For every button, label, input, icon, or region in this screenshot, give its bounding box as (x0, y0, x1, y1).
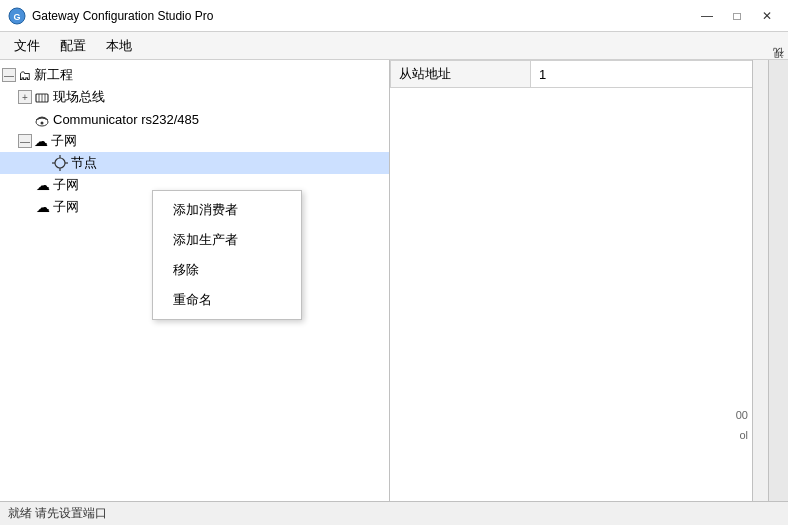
tree-node-subnet1[interactable]: — ☁ 子网 (0, 130, 389, 152)
right-number: 00 (736, 409, 748, 421)
minimize-button[interactable]: — (694, 5, 720, 27)
icon-subnet3: ☁ (36, 199, 50, 215)
tree-node-root[interactable]: — 🗂 新工程 (0, 64, 389, 86)
icon-subnet2: ☁ (36, 177, 50, 193)
right-panel: 从站地址 1 00 ol (390, 60, 768, 501)
svg-point-8 (55, 158, 65, 168)
property-table: 从站地址 1 (390, 60, 768, 88)
label-fieldbus: 现场总线 (53, 88, 105, 106)
main-area: — 🗂 新工程 + 现场总线 (0, 60, 788, 501)
menu-file[interactable]: 文件 (4, 35, 50, 57)
app-icon: G (8, 7, 26, 25)
right-letter: ol (739, 429, 748, 441)
icon-node1 (52, 155, 68, 172)
context-menu: 添加消费者 添加生产者 移除 重命名 (152, 190, 302, 320)
tree-node-node1[interactable]: 节点 (0, 152, 389, 174)
far-right-panel: 视 (768, 60, 788, 501)
label-subnet3: 子网 (53, 198, 79, 216)
context-remove[interactable]: 移除 (153, 255, 301, 285)
label-comm: Communicator rs232/485 (53, 112, 199, 127)
right-scrollbar[interactable] (752, 60, 768, 501)
prop-value-address[interactable]: 1 (531, 61, 768, 88)
icon-comm (34, 110, 50, 127)
close-button[interactable]: ✕ (754, 5, 780, 27)
status-bar: 就绪 请先设置端口 (0, 501, 788, 525)
menu-bar: 文件 配置 本地 (0, 32, 788, 60)
toggle-root[interactable]: — (2, 68, 16, 82)
label-subnet2: 子网 (53, 176, 79, 194)
tree-panel: — 🗂 新工程 + 现场总线 (0, 60, 390, 501)
window-title: Gateway Configuration Studio Pro (32, 9, 213, 23)
svg-point-7 (41, 121, 44, 124)
icon-subnet1: ☁ (34, 133, 48, 149)
label-root: 新工程 (34, 66, 73, 84)
title-bar: G Gateway Configuration Studio Pro — □ ✕ (0, 0, 788, 32)
svg-text:G: G (13, 12, 20, 22)
context-rename[interactable]: 重命名 (153, 285, 301, 315)
label-subnet1: 子网 (51, 132, 77, 150)
title-controls: — □ ✕ (694, 5, 780, 27)
tree-node-fieldbus[interactable]: + 现场总线 (0, 86, 389, 108)
far-right-tab-view[interactable]: 视 (769, 60, 788, 76)
maximize-button[interactable]: □ (724, 5, 750, 27)
toggle-subnet1[interactable]: — (18, 134, 32, 148)
label-node1: 节点 (71, 154, 97, 172)
icon-root: 🗂 (18, 68, 31, 83)
title-bar-left: G Gateway Configuration Studio Pro (8, 7, 213, 25)
menu-config[interactable]: 配置 (50, 35, 96, 57)
prop-label-address: 从站地址 (391, 61, 531, 88)
status-text: 就绪 请先设置端口 (8, 505, 107, 522)
tree-node-comm[interactable]: Communicator rs232/485 (0, 108, 389, 130)
context-add-producer[interactable]: 添加生产者 (153, 225, 301, 255)
toggle-fieldbus[interactable]: + (18, 90, 32, 104)
icon-fieldbus (34, 88, 50, 106)
context-add-consumer[interactable]: 添加消费者 (153, 195, 301, 225)
menu-local[interactable]: 本地 (96, 35, 142, 57)
prop-row-address: 从站地址 1 (391, 61, 768, 88)
